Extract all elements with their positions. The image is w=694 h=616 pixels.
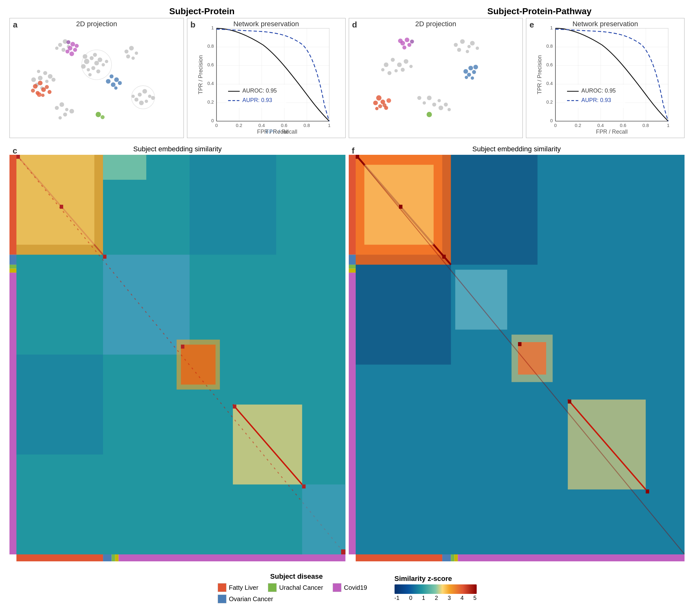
- ovarian-label: Ovarian Cancer: [229, 596, 273, 603]
- svg-point-134: [417, 96, 421, 100]
- svg-point-128: [378, 104, 382, 108]
- colorbar-tick-neg1: -1: [395, 595, 400, 601]
- svg-rect-218: [646, 489, 649, 493]
- svg-text:0: 0: [550, 118, 553, 123]
- svg-text:0.6: 0.6: [547, 62, 553, 67]
- panel-f-sidebar: [349, 155, 356, 555]
- svg-rect-183: [16, 155, 20, 159]
- svg-rect-222: [454, 555, 458, 561]
- panel-f-label: f: [352, 146, 355, 156]
- svg-point-133: [426, 112, 432, 117]
- svg-text:FPR / Recall: FPR / Recall: [596, 129, 628, 135]
- panel-b: b Network preservation 0 0.2: [187, 18, 346, 138]
- panel-c: c Subject embedding similarity: [10, 144, 346, 561]
- svg-point-29: [148, 95, 152, 98]
- roc-e-svg: 0 0.2 0.4 0.6 0.8 1 0 0.2 0.4 0.6 0.8 1 …: [526, 18, 684, 138]
- svg-rect-213: [356, 155, 359, 159]
- svg-point-107: [467, 45, 471, 48]
- main-container: Subject-Protein Subject-Protein-Pathway …: [0, 0, 694, 616]
- svg-point-110: [470, 41, 475, 46]
- svg-point-68: [106, 79, 111, 84]
- svg-point-30: [134, 97, 139, 102]
- svg-point-42: [129, 46, 134, 51]
- svg-point-7: [31, 77, 36, 82]
- svg-point-47: [33, 84, 38, 89]
- disease-legend-title: Subject disease: [218, 573, 376, 581]
- svg-text:0.8: 0.8: [207, 43, 214, 49]
- legend-item-fatty-liver: Fatty Liver: [218, 583, 258, 592]
- svg-point-0: [38, 76, 43, 80]
- svg-point-116: [465, 76, 468, 79]
- svg-rect-198: [349, 269, 356, 273]
- svg-rect-181: [16, 355, 103, 455]
- svg-text:0.2: 0.2: [236, 123, 242, 128]
- svg-point-96: [384, 62, 388, 67]
- colorbar-legend: Similarity z-score: [395, 575, 477, 601]
- svg-point-59: [70, 52, 74, 56]
- svg-rect-219: [356, 555, 442, 561]
- svg-rect-205: [455, 270, 507, 330]
- svg-point-35: [55, 106, 59, 110]
- svg-point-112: [463, 69, 468, 74]
- svg-point-120: [405, 38, 409, 42]
- svg-point-118: [471, 76, 474, 80]
- colorbar-labels: -1 0 1 2 3 4 5: [395, 595, 477, 601]
- svg-point-41: [125, 50, 129, 54]
- svg-text:1: 1: [211, 25, 214, 30]
- panel-b-title: Network preservation: [234, 20, 299, 28]
- svg-point-125: [376, 95, 381, 101]
- svg-rect-189: [341, 549, 346, 555]
- svg-point-8: [37, 70, 40, 73]
- svg-point-99: [394, 69, 398, 73]
- svg-text:1: 1: [550, 25, 553, 30]
- svg-rect-207: [511, 334, 552, 382]
- svg-rect-187: [233, 405, 236, 409]
- svg-point-132: [384, 106, 388, 110]
- svg-rect-216: [518, 342, 521, 346]
- svg-rect-212: [356, 265, 451, 365]
- svg-point-25: [89, 73, 92, 76]
- panel-e-title: Network preservation: [572, 20, 638, 28]
- svg-text:0.4: 0.4: [207, 81, 214, 86]
- heatmap-c-svg: [16, 155, 346, 555]
- svg-text:TPR / Precision: TPR / Precision: [197, 55, 204, 94]
- svg-text:0.8: 0.8: [304, 123, 310, 128]
- urachal-label: Urachal Cancer: [279, 584, 323, 591]
- svg-point-98: [397, 62, 402, 67]
- panel-e: e Network preservation 0 0.2 0.4 0.6: [526, 18, 684, 138]
- svg-point-15: [90, 56, 94, 60]
- svg-point-130: [386, 98, 391, 103]
- svg-rect-190: [16, 555, 103, 561]
- svg-point-60: [66, 40, 70, 44]
- svg-rect-224: [395, 584, 477, 594]
- svg-point-140: [438, 106, 443, 110]
- svg-text:TPR / Precision: TPR / Precision: [537, 55, 543, 94]
- scatter-a-svg: [10, 18, 184, 138]
- svg-rect-192: [111, 555, 115, 561]
- svg-point-32: [145, 99, 148, 103]
- svg-text:AUPR: 0.93: AUPR: 0.93: [582, 97, 611, 103]
- svg-text:AUROC: 0.95: AUROC: 0.95: [582, 88, 616, 94]
- left-top-half: a 2D projection: [10, 18, 346, 138]
- panel-c-wrapper: [10, 155, 346, 555]
- svg-point-61: [75, 44, 79, 48]
- panel-c-label: c: [13, 146, 17, 156]
- section-headers: Subject-Protein Subject-Protein-Pathway: [10, 6, 684, 16]
- svg-point-20: [102, 63, 105, 67]
- svg-text:0.8: 0.8: [642, 123, 649, 128]
- bottom-row: c Subject embedding similarity: [10, 144, 684, 561]
- ovarian-color: [218, 595, 226, 603]
- colorbar-tick-0: 0: [409, 595, 412, 601]
- svg-text:0.2: 0.2: [575, 123, 581, 128]
- svg-point-65: [111, 83, 116, 87]
- svg-rect-185: [103, 255, 107, 259]
- colorbar-tick-4: 4: [460, 595, 464, 601]
- svg-rect-199: [349, 273, 356, 555]
- urachal-color: [268, 583, 277, 592]
- svg-rect-214: [399, 205, 402, 209]
- panel-f: f Subject embedding similarity: [349, 144, 685, 561]
- svg-point-34: [131, 95, 135, 98]
- svg-point-139: [444, 103, 448, 107]
- svg-rect-195: [349, 155, 356, 255]
- panel-b-label: b: [190, 20, 196, 30]
